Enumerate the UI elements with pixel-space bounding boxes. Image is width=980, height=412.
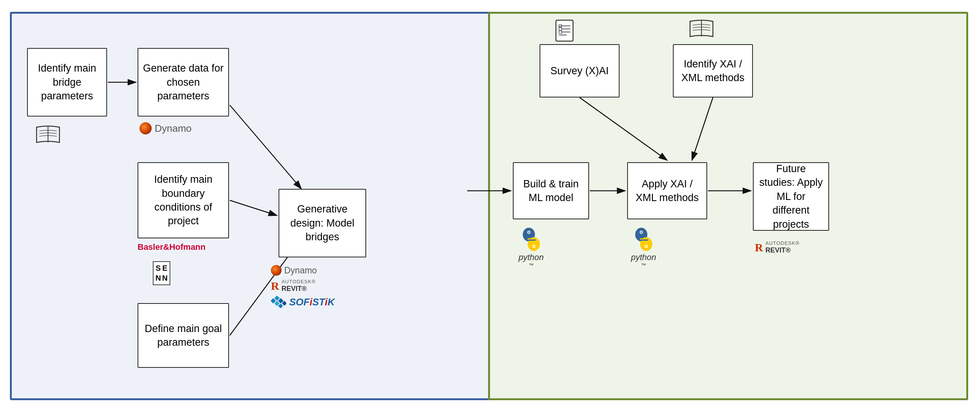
basler-text: Basler&Hofmann (138, 242, 206, 252)
goal-params-label: Define main goal parameters (142, 322, 224, 350)
senn-e: E (162, 264, 167, 273)
sofistik-label: SOFiSTiK (289, 296, 335, 308)
senn-logo-area: S E N N (153, 261, 170, 285)
revit-logo-future: R AUTODESK® REVIT® (755, 240, 800, 254)
apply-xai-label: Apply XAI / XML methods (632, 177, 703, 205)
box-apply-xai: Apply XAI / XML methods (627, 162, 707, 219)
box-identify-xai: Identify XAI / XML methods (673, 44, 753, 97)
svg-line-14 (692, 97, 713, 160)
box-boundary: Identify main boundary conditions of pro… (138, 162, 229, 238)
svg-point-32 (533, 246, 535, 247)
senn-box: S E N N (153, 261, 170, 285)
basler-logo-area: Basler&Hofmann (138, 242, 206, 252)
doc-icon-survey (553, 18, 578, 43)
svg-line-13 (580, 97, 667, 160)
svg-point-38 (641, 232, 642, 233)
bridge-params-label: Identify main bridge parameters (32, 61, 102, 103)
gen-design-logos: Dynamo R AUTODESK® REVIT® (271, 265, 335, 308)
senn-s: S (155, 264, 161, 273)
box-bridge-params: Identify main bridge parameters (27, 48, 107, 117)
dynamo-label-left: Dynamo (155, 123, 192, 134)
svg-point-30 (528, 232, 530, 233)
svg-rect-42 (640, 238, 648, 240)
box-gen-data: Generate data for chosen parameters (138, 48, 229, 117)
svg-rect-25 (559, 28, 562, 30)
left-panel: Identify main bridge parameters Generate… (10, 12, 490, 400)
svg-line-2 (230, 105, 301, 189)
senn-n2: N (162, 274, 167, 283)
gen-data-label: Generate data for chosen parameters (142, 61, 224, 103)
python-logo-2: python ™ (631, 227, 656, 268)
svg-rect-34 (527, 238, 536, 240)
svg-point-40 (645, 246, 647, 247)
right-panel: Survey (X)AI Identify XAI / XML methods … (488, 12, 968, 400)
box-gen-design: Generative design: Model bridges (279, 189, 366, 257)
svg-rect-17 (556, 20, 573, 41)
survey-label: Survey (X)AI (550, 64, 608, 78)
python-2-label: python (631, 252, 656, 262)
svg-line-3 (230, 200, 277, 216)
box-survey: Survey (X)AI (540, 44, 620, 97)
book-icon-bridge (35, 124, 61, 145)
box-build-ml: Build & train ML model (513, 162, 589, 219)
identify-xai-label: Identify XAI / XML methods (677, 57, 748, 85)
senn-n1: N (155, 274, 161, 283)
diagram-container: Identify main bridge parameters Generate… (10, 12, 970, 400)
python-1-label: python (519, 252, 544, 262)
dynamo-logo-gen: Dynamo (271, 265, 317, 276)
book-icon-xai (688, 18, 715, 39)
build-ml-label: Build & train ML model (517, 177, 584, 205)
dynamo-gen-label: Dynamo (284, 265, 317, 276)
svg-rect-26 (559, 31, 562, 34)
future-label: Future studies: Apply ML for different p… (757, 162, 825, 231)
dynamo-logo-left: Dynamo (139, 122, 192, 134)
python-logo-1: python ™ (519, 227, 544, 268)
boundary-label: Identify main boundary conditions of pro… (142, 172, 224, 228)
box-goal-params: Define main goal parameters (138, 303, 229, 368)
revit-logo-gen: R AUTODESK® REVIT® (271, 279, 316, 293)
gen-design-label: Generative design: Model bridges (283, 202, 362, 244)
box-future: Future studies: Apply ML for different p… (753, 162, 829, 231)
sofistik-logo-gen: SOFiSTiK (271, 296, 335, 308)
